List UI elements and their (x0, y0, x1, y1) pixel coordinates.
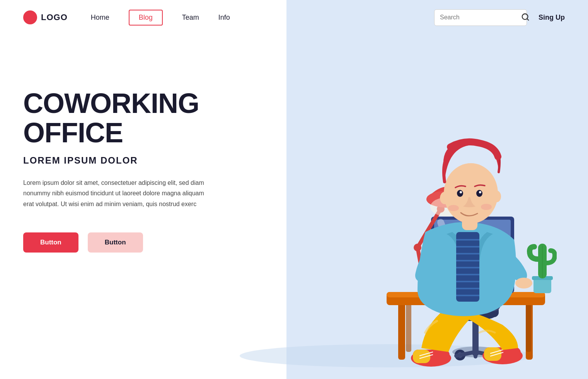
hero-body: Lorem ipsum dolor sit amet, consectetuer… (23, 178, 209, 209)
hero-section: COWORKING OFFICE LOREM IPSUM DOLOR Lorem… (0, 35, 588, 379)
svg-point-68 (481, 204, 492, 210)
logo-area: LOGO (23, 10, 68, 24)
svg-point-63 (457, 190, 463, 197)
search-button[interactable] (521, 13, 530, 22)
svg-rect-18 (406, 298, 411, 352)
illustration-svg (209, 62, 557, 379)
svg-point-69 (440, 192, 449, 204)
hero-title: COWORKING OFFICE (23, 89, 224, 147)
logo-text: LOGO (41, 12, 68, 22)
svg-point-66 (479, 191, 481, 193)
hero-text: COWORKING OFFICE LOREM IPSUM DOLOR Lorem… (23, 58, 224, 253)
navbar: LOGO Home Blog Team Info Sing Up (0, 0, 588, 35)
signup-button[interactable]: Sing Up (539, 14, 565, 22)
hero-buttons: Button Button (23, 232, 224, 253)
nav-info[interactable]: Info (218, 14, 230, 22)
nav-team[interactable]: Team (182, 14, 199, 22)
svg-point-64 (476, 190, 482, 197)
nav-right: Sing Up (434, 9, 565, 26)
search-input[interactable] (440, 14, 517, 21)
search-icon (521, 13, 530, 21)
primary-button[interactable]: Button (23, 232, 78, 253)
svg-point-70 (493, 191, 501, 202)
nav-blog[interactable]: Blog (129, 10, 163, 26)
secondary-button[interactable]: Button (88, 232, 143, 253)
hero-subtitle: LOREM IPSUM DOLOR (23, 155, 224, 166)
svg-point-62 (444, 163, 498, 224)
svg-rect-16 (398, 302, 405, 360)
svg-rect-47 (484, 347, 501, 361)
svg-rect-19 (526, 298, 531, 352)
nav-home[interactable]: Home (91, 14, 109, 22)
svg-line-1 (527, 19, 528, 20)
hero-illustration (224, 58, 565, 379)
svg-point-60 (515, 278, 532, 289)
nav-links: Home Blog Team Info (91, 10, 434, 26)
search-box (434, 9, 527, 26)
svg-point-67 (448, 205, 459, 211)
svg-point-65 (460, 191, 462, 193)
logo-icon (23, 10, 37, 24)
